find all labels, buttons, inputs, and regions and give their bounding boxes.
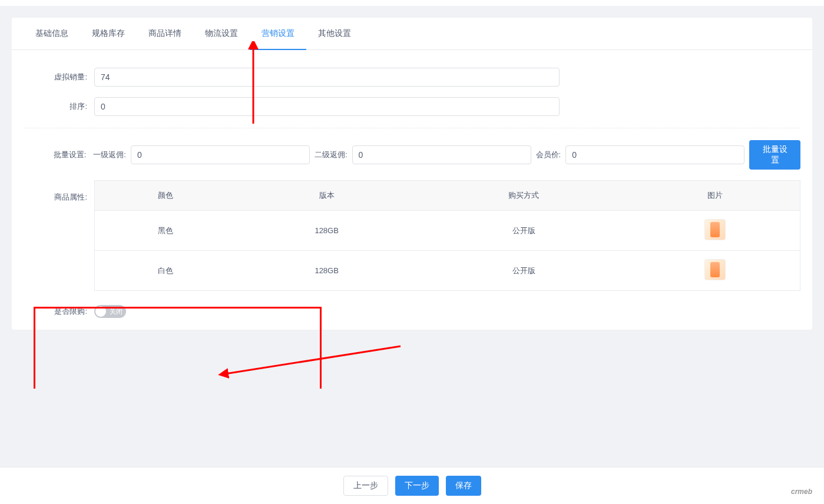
level1-rebate-input[interactable] [131, 145, 310, 164]
sort-row: 排序: [24, 97, 800, 116]
virtual-sales-input[interactable] [94, 68, 560, 87]
table-header-version: 版本 [236, 181, 417, 211]
tabs: 基础信息 规格库存 商品详情 物流设置 营销设置 其他设置 [12, 18, 812, 50]
batch-set-button[interactable]: 批量设置 [749, 140, 800, 170]
table-row: 黑色 128GB 公开版 [95, 211, 800, 251]
batch-settings-row: 批量设置: 一级返佣: 二级返佣: 会员价: 批量设置 [24, 140, 800, 170]
level2-rebate-label: 二级返佣: [315, 150, 348, 160]
tab-other[interactable]: 其他设置 [306, 18, 363, 49]
batch-label: 批量设置: [24, 150, 93, 160]
tab-spec-stock[interactable]: 规格库存 [80, 18, 137, 49]
virtual-sales-label: 虚拟销量: [24, 72, 94, 82]
table-header-method: 购买方式 [417, 181, 630, 211]
tab-marketing[interactable]: 营销设置 [250, 18, 306, 49]
tab-product-detail[interactable]: 商品详情 [137, 18, 193, 49]
product-attr-table: 颜色 版本 购买方式 图片 黑色 128GB 公开版 [94, 180, 800, 291]
cell-color: 白色 [95, 251, 237, 291]
tab-basic-info[interactable]: 基础信息 [24, 18, 80, 49]
virtual-sales-row: 虚拟销量: [24, 68, 800, 87]
table-header-image: 图片 [630, 181, 800, 211]
cell-version: 128GB [236, 251, 417, 291]
sort-input[interactable] [94, 97, 560, 116]
cell-method: 公开版 [417, 251, 630, 291]
annotation-arrow-icon [218, 341, 406, 383]
main-card: 基础信息 规格库存 商品详情 物流设置 营销设置 其他设置 虚拟销量: 排序: … [12, 18, 812, 330]
cell-method: 公开版 [417, 211, 630, 251]
limit-purchase-label: 是否限购: [24, 306, 94, 317]
switch-text: 关闭 [110, 307, 123, 316]
table-row: 白色 128GB 公开版 [95, 251, 800, 291]
level2-rebate-input[interactable] [352, 145, 531, 164]
cell-image [630, 211, 800, 251]
product-image-icon[interactable] [704, 219, 726, 240]
switch-knob-icon [95, 306, 106, 317]
member-price-input[interactable] [565, 145, 744, 164]
product-attr-row: 商品属性: 颜色 版本 购买方式 图片 黑色 128GB [24, 180, 800, 291]
cell-color: 黑色 [95, 211, 237, 251]
batch-group: 一级返佣: 二级返佣: 会员价: 批量设置 [93, 140, 800, 170]
product-attr-label: 商品属性: [24, 180, 94, 203]
sort-label: 排序: [24, 101, 94, 112]
limit-purchase-row: 是否限购: 关闭 [24, 305, 800, 318]
limit-purchase-switch[interactable]: 关闭 [94, 305, 126, 318]
form-area: 虚拟销量: 排序: 批量设置: 一级返佣: 二级返佣: 会员价: 批量设置 [12, 50, 812, 330]
product-image-icon[interactable] [704, 259, 726, 280]
cell-image [630, 251, 800, 291]
divider [24, 128, 800, 128]
level1-rebate-label: 一级返佣: [93, 150, 126, 160]
svg-line-3 [225, 346, 401, 374]
member-price-label: 会员价: [536, 150, 561, 160]
header-bar [0, 0, 824, 6]
cell-version: 128GB [236, 211, 417, 251]
table-header-color: 颜色 [95, 181, 237, 211]
tab-logistics[interactable]: 物流设置 [193, 18, 250, 49]
